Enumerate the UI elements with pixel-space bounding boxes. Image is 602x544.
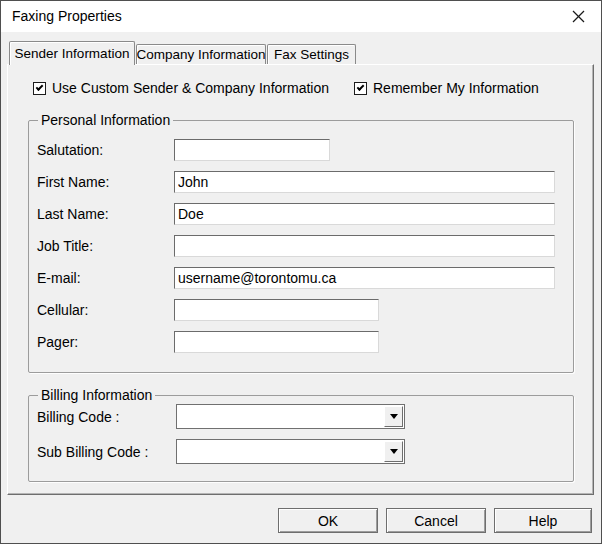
close-button[interactable] — [556, 1, 601, 32]
first-name-label: First Name: — [37, 174, 109, 190]
cancel-button[interactable]: Cancel — [386, 508, 486, 533]
billing-code-dropdown-button[interactable] — [384, 406, 403, 427]
cellular-field[interactable] — [174, 299, 379, 321]
cellular-label: Cellular: — [37, 302, 88, 318]
tab-sender-information-label: Sender Information — [15, 46, 130, 61]
last-name-field[interactable] — [174, 203, 555, 225]
salutation-field[interactable] — [174, 139, 330, 161]
checkmark-icon — [357, 83, 365, 91]
use-custom-info-checkbox[interactable] — [33, 82, 46, 95]
ok-button-label: OK — [318, 513, 338, 529]
billing-code-label: Billing Code : — [37, 409, 120, 425]
tab-company-information[interactable]: Company Information — [136, 44, 266, 64]
tab-fax-settings-label: Fax Settings — [274, 47, 349, 62]
use-custom-info-checkbox-label[interactable]: Use Custom Sender & Company Information — [52, 81, 329, 96]
email-field[interactable] — [174, 267, 555, 289]
cancel-button-label: Cancel — [414, 513, 458, 529]
billing-information-group-title: Billing Information — [38, 387, 155, 403]
sub-billing-code-dropdown-button[interactable] — [384, 441, 403, 462]
salutation-label: Salutation: — [37, 142, 103, 158]
pager-field[interactable] — [174, 331, 379, 353]
dropdown-arrow-icon — [390, 449, 398, 454]
tab-sender-information[interactable]: Sender Information — [9, 41, 135, 65]
title-bar[interactable]: Faxing Properties — [1, 1, 601, 32]
pager-label: Pager: — [37, 334, 78, 350]
personal-information-group-title: Personal Information — [38, 112, 173, 128]
job-title-label: Job Title: — [37, 238, 93, 254]
remember-info-checkbox[interactable] — [354, 82, 367, 95]
job-title-field[interactable] — [174, 235, 555, 257]
sub-billing-code-dropdown[interactable] — [176, 439, 405, 464]
email-label: E-mail: — [37, 270, 81, 286]
tab-company-information-label: Company Information — [136, 47, 265, 62]
sub-billing-code-label: Sub Billing Code : — [37, 444, 148, 460]
close-icon — [572, 10, 585, 23]
dropdown-arrow-icon — [390, 414, 398, 419]
window-title: Faxing Properties — [12, 1, 122, 32]
remember-info-checkbox-label[interactable]: Remember My Information — [373, 81, 539, 96]
help-button-label: Help — [529, 513, 558, 529]
help-button[interactable]: Help — [494, 508, 592, 533]
billing-code-dropdown[interactable] — [176, 404, 405, 429]
faxing-properties-dialog: Faxing Properties Sender Information Com… — [0, 0, 602, 544]
ok-button[interactable]: OK — [278, 508, 378, 533]
tab-fax-settings[interactable]: Fax Settings — [267, 44, 356, 64]
first-name-field[interactable] — [174, 171, 555, 193]
last-name-label: Last Name: — [37, 206, 109, 222]
checkmark-icon — [36, 83, 44, 91]
